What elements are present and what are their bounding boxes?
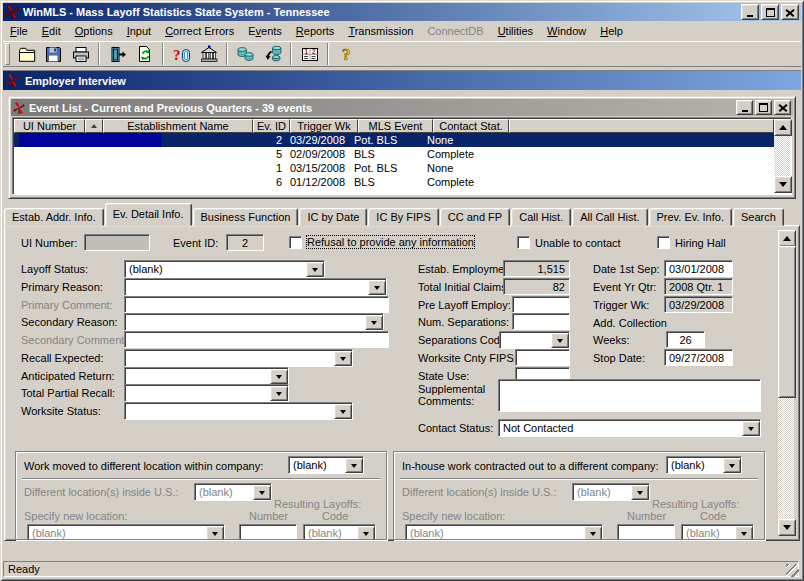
maximize-button[interactable] [761,4,779,20]
menu-edit[interactable]: Edit [35,23,68,39]
date-1st-sep-field[interactable]: 03/01/2008 [664,260,733,277]
primary-reason-dropdown[interactable] [124,278,387,296]
tab-all-call-hist[interactable]: All Call Hist. [572,208,647,226]
close-button[interactable] [781,4,799,20]
scroll-up-button[interactable] [774,119,792,136]
scrollbar-thumb[interactable] [778,246,796,398]
column-header-ev-id[interactable]: Ev. ID [253,119,290,133]
event-list-minimize-button[interactable] [736,100,753,115]
dropdown-arrow-icon[interactable] [584,526,602,540]
column-header-sort[interactable] [85,119,103,133]
dropdown-arrow-icon[interactable] [723,458,741,473]
tab-business-function[interactable]: Business Function [193,208,299,226]
save-button[interactable] [40,42,67,66]
menu-window[interactable]: Window [540,23,593,39]
refusal-checkbox[interactable] [289,236,302,249]
dropdown-arrow-icon[interactable] [365,315,383,330]
employer-bank-button[interactable] [195,42,222,66]
resulting-number-field[interactable] [239,524,297,540]
weeks-field[interactable]: 26 [666,331,705,348]
event-list-title-bar[interactable]: Event List - Current and Previous Quarte… [11,99,793,116]
secondary-reason-dropdown[interactable] [124,313,384,331]
menu-options[interactable]: Options [68,23,120,39]
contracted-out-dropdown[interactable]: (blank) [666,456,742,474]
database-transfer-button[interactable] [259,42,286,66]
specify-new-location-dropdown[interactable]: (blank) [27,524,225,540]
recall-expected-dropdown[interactable] [124,349,353,367]
scroll-down-button[interactable] [778,519,796,536]
tab-call-hist[interactable]: Call Hist. [511,208,571,226]
dropdown-arrow-icon[interactable] [551,333,569,348]
tab-prev-ev-info[interactable]: Prev. Ev. Info. [649,208,732,226]
dropdown-arrow-icon[interactable] [368,280,386,295]
event-list-close-button[interactable] [774,100,791,115]
refusal-label[interactable]: Refusal to provide any information [307,236,474,248]
resulting-code-dropdown[interactable]: (blank) [681,524,754,540]
tab-ic-by-fips[interactable]: IC By FIPS [368,208,438,226]
toolbar-grip[interactable] [5,43,10,65]
tab-estab-addr-info[interactable]: Estab. Addr. Info. [4,208,104,226]
resulting-code-dropdown[interactable]: (blank) [303,524,376,540]
column-header-trigger-wk[interactable]: Trigger Wk [290,119,358,133]
resulting-number-field[interactable] [617,524,675,540]
total-partial-recall-dropdown[interactable] [124,384,289,402]
inside-us-dropdown[interactable]: (blank) [194,483,272,501]
dropdown-arrow-icon[interactable] [334,404,352,419]
primary-comment-field[interactable] [124,296,389,313]
menu-events[interactable]: Events [241,23,289,39]
form-scrollbar[interactable] [778,230,794,536]
dropdown-arrow-icon[interactable] [735,526,753,540]
open-folder-button[interactable] [13,42,40,66]
worksite-status-dropdown[interactable] [124,402,353,420]
ui-number-field[interactable] [84,234,150,251]
event-row[interactable]: 6 01/12/2008 BLS Complete [14,175,774,189]
hiring-hall-checkbox[interactable] [657,236,670,249]
worksite-cnty-fips-field[interactable] [515,349,570,366]
menu-utilities[interactable]: Utilities [491,23,540,39]
contact-status-dropdown[interactable]: Not Contacted [498,419,761,437]
event-list-maximize-button[interactable] [755,100,772,115]
dropdown-arrow-icon[interactable] [334,351,352,366]
layoff-status-dropdown[interactable]: (blank) [124,260,325,278]
menu-help[interactable]: Help [593,23,630,39]
pre-layoff-employ-field[interactable] [512,296,570,313]
database-copy-button[interactable] [232,42,259,66]
event-row[interactable]: 1 03/15/2008 Pot. BLS None [14,161,774,175]
tab-ev-detail-info[interactable]: Ev. Detail Info. [105,203,192,226]
error-lookup-button[interactable]: ? [168,42,195,66]
event-row[interactable]: 5 02/09/2008 BLS Complete [14,147,774,161]
column-header-ui-number[interactable]: UI Number [14,119,85,133]
specify-new-location-dropdown[interactable]: (blank) [405,524,603,540]
column-header-contact-stat[interactable]: Contact Stat. [433,119,509,133]
dropdown-arrow-icon[interactable] [345,458,363,473]
separations-code-dropdown[interactable] [499,331,570,349]
resize-grip[interactable] [786,564,799,577]
dropdown-arrow-icon[interactable] [357,526,375,540]
menu-file[interactable]: File [3,23,35,39]
tab-cc-and-fp[interactable]: CC and FP [440,208,510,226]
calculator-button[interactable]: 1 2 [296,42,323,66]
supplemental-comments-field[interactable] [498,379,761,412]
tab-ic-by-date[interactable]: IC by Date [299,208,367,226]
scroll-down-button[interactable] [774,176,792,193]
help-button[interactable]: ? [333,42,360,66]
work-moved-dropdown[interactable]: (blank) [288,456,364,474]
dropdown-arrow-icon[interactable] [270,369,288,384]
anticipated-return-dropdown[interactable] [124,367,289,385]
menu-transmission[interactable]: Transmission [341,23,420,39]
print-button[interactable] [67,42,94,66]
dropdown-arrow-icon[interactable] [306,262,324,277]
event-row-selected[interactable]: 2 03/29/2008 Pot. BLS None [14,133,774,147]
inside-us-dropdown[interactable]: (blank) [572,483,650,501]
dropdown-arrow-icon[interactable] [206,526,224,540]
refresh-page-button[interactable] [131,42,158,66]
unable-to-contact-checkbox[interactable] [517,236,530,249]
secondary-comment-field[interactable] [124,331,389,348]
menu-input[interactable]: Input [120,23,158,39]
menu-reports[interactable]: Reports [289,23,342,39]
dropdown-arrow-icon[interactable] [253,485,271,500]
column-header-mls-event[interactable]: MLS Event [358,119,433,133]
exit-button[interactable] [104,42,131,66]
scroll-up-button[interactable] [778,230,796,247]
menu-correct-errors[interactable]: Correct Errors [158,23,241,39]
